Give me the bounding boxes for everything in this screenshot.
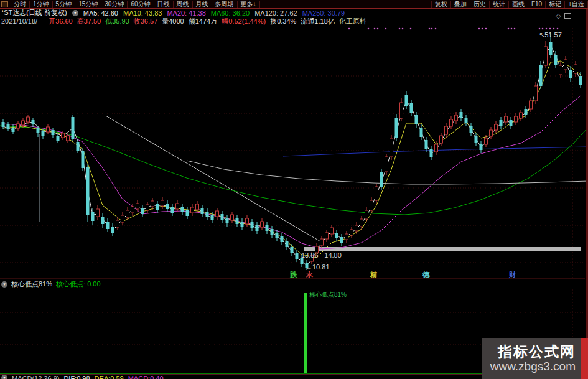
period-tab-1[interactable]: 1分钟 (30, 1, 53, 8)
ma-values: MA5: 42.60MA10: 43.83MA20: 41.38MA60: 36… (83, 9, 345, 17)
tool-buttons: 复权叠加历史统计画线F10标记+自选 (431, 0, 588, 8)
ohlc-item-8: 换0.34% (270, 17, 296, 26)
window-icon[interactable] (1, 1, 8, 7)
tool-button-0[interactable]: 复权 (431, 1, 451, 8)
ohlc-item-0: 2021/10/18/一 (1, 17, 44, 26)
ohlc-item-4: 收36.57 (134, 17, 158, 26)
watermark-url: www.zbgs3.com (490, 360, 576, 373)
candlestick-chart[interactable] (0, 0, 588, 379)
collapse-icon[interactable]: ▾ (1, 281, 7, 288)
period-tab-3[interactable]: 15分钟 (75, 1, 101, 8)
stock-title: *ST达志(日线 前复权) (1, 8, 67, 17)
tool-button-7[interactable]: +自选 (565, 1, 588, 8)
trading-terminal-window: ↖51.5713.86 - 14.80←10.81跌永精德财核心低点81% 分时… (0, 0, 588, 379)
ohlc-item-1: 开36.60 (49, 17, 73, 26)
period-tabs: 分时1分钟5分钟15分钟30分钟60分钟日线周线月线多周期更多↓ (11, 0, 260, 8)
period-tab-8[interactable]: 月线 (193, 1, 212, 8)
ma-value-1: MA10: 43.83 (123, 9, 162, 17)
tool-button-5[interactable]: F10 (528, 1, 546, 8)
watermark: 指标公式网 www.zbgs3.com (482, 338, 581, 379)
watermark-red-stripe (581, 338, 588, 379)
window-right-border (586, 0, 588, 379)
tool-button-1[interactable]: 叠加 (451, 1, 470, 8)
ma-value-3: MA60: 36.20 (211, 9, 250, 17)
period-menubar: 分时1分钟5分钟15分钟30分钟60分钟日线周线月线多周期更多↓ 复权叠加历史统… (0, 0, 588, 9)
ohlc-info-row: 2021/10/18/一开36.60高37.50低35.93收36.57量400… (1, 17, 366, 26)
ohlc-item-7: 幅0.52(1.44%) (222, 17, 266, 26)
collapse-icon[interactable]: ▾ (72, 10, 78, 16)
ma-value-5: MA250: 30.79 (302, 9, 345, 17)
period-tab-5[interactable]: 60分钟 (128, 1, 154, 8)
period-tab-2[interactable]: 5分钟 (53, 1, 76, 8)
period-tab-6[interactable]: 日线 (154, 1, 174, 8)
ma-value-4: MA120: 27.62 (254, 9, 297, 17)
tool-button-4[interactable]: 画线 (509, 1, 528, 8)
period-tab-10[interactable]: 更多↓ (238, 1, 260, 8)
chart-corner-icons: ◇ (556, 12, 571, 20)
period-tab-7[interactable]: 周线 (174, 1, 193, 8)
watermark-title: 指标公式网 (498, 344, 576, 360)
tool-button-2[interactable]: 历史 (470, 1, 490, 8)
macd-part-3: MACD:0.40 (128, 375, 164, 379)
macd-part-1: DIF:0.98 (63, 375, 90, 379)
collapse-icon[interactable]: ▾ (1, 375, 7, 379)
panel-icon[interactable] (564, 13, 571, 19)
macd-part-2: DEA:0.59 (95, 375, 124, 379)
ohlc-item-2: 高37.50 (77, 17, 101, 26)
period-tab-9[interactable]: 多周期 (212, 1, 238, 8)
ohlc-item-5: 量4000 (162, 17, 184, 26)
ma-value-0: MA5: 42.60 (83, 9, 118, 17)
ohlc-item-3: 低35.93 (105, 17, 129, 26)
ohlc-item-9: 流通1.18亿 (301, 17, 334, 26)
ohlc-item-6: 额1474万 (189, 17, 217, 26)
indicator-title: 核心低点81% (11, 279, 52, 289)
ma-value-2: MA20: 41.38 (167, 9, 205, 17)
stock-info-row: *ST达志(日线 前复权) ▾ MA5: 42.60MA10: 43.83MA2… (1, 9, 345, 17)
diamond-icon[interactable]: ◇ (556, 12, 561, 20)
ohlc-item-10: 化工原料 (339, 17, 366, 26)
tool-button-3[interactable]: 统计 (490, 1, 509, 8)
period-tab-4[interactable]: 30分钟 (101, 1, 128, 8)
indicator-value: 核心低点: 0.00 (56, 279, 101, 289)
period-tab-0[interactable]: 分时 (11, 1, 30, 8)
macd-part-0: MACD(12,26,9) (12, 375, 59, 379)
tool-button-6[interactable]: 标记 (546, 1, 565, 8)
indicator-header: ▾ 核心低点81% 核心低点: 0.00 (0, 279, 586, 289)
